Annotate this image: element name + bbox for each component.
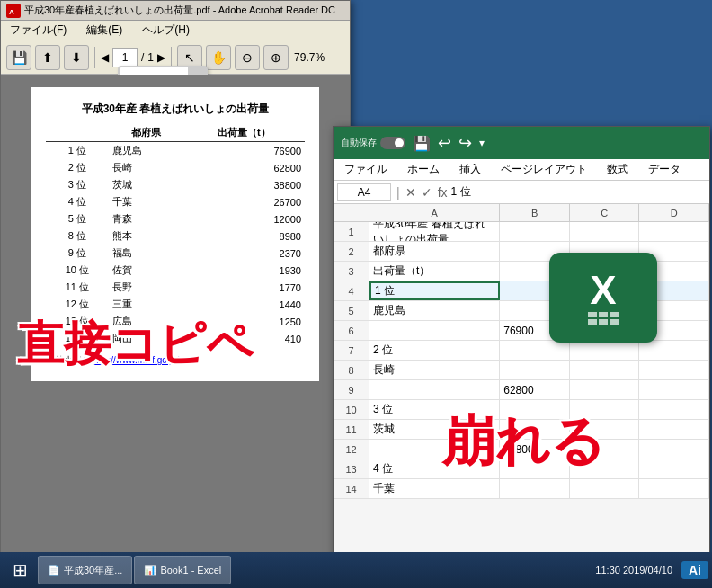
toolbar-sep bbox=[94, 47, 95, 68]
cell-d[interactable] bbox=[639, 420, 709, 439]
cell-c[interactable] bbox=[570, 361, 640, 379]
cell-d[interactable] bbox=[639, 222, 709, 241]
row-num: 14 bbox=[334, 479, 369, 498]
pdf-pref: 福島 bbox=[109, 245, 183, 262]
desktop: A 平成30年産春植えばれいしょの出荷量.pdf - Adobe Acrobat… bbox=[0, 0, 712, 588]
taskbar-excel-btn[interactable]: 📊 Book1 - Excel bbox=[134, 556, 231, 584]
acrobat-window: A 平成30年産春植えばれいしょの出荷量.pdf - Adobe Acrobat… bbox=[0, 0, 351, 588]
excel-row[interactable]: 8 長崎 bbox=[334, 361, 709, 380]
zoom-in[interactable]: ⊕ bbox=[263, 45, 289, 70]
pdf-table-row: 4 位 千葉 26700 bbox=[46, 193, 305, 210]
pdf-table: 都府県 出荷量（t） 1 位 鹿児島 76900 2 位 長崎 62800 3 … bbox=[46, 124, 305, 347]
row-num: 9 bbox=[334, 380, 369, 399]
cell-reference-box[interactable] bbox=[337, 183, 391, 201]
cell-a[interactable]: 長崎 bbox=[369, 361, 500, 379]
cell-a[interactable]: 平成30年産 春植えばれいしょの出荷量 bbox=[369, 222, 500, 241]
cell-c[interactable] bbox=[570, 341, 640, 360]
cell-d[interactable] bbox=[639, 440, 709, 459]
cell-c[interactable] bbox=[570, 479, 640, 498]
cell-b[interactable] bbox=[500, 361, 570, 379]
pdf-table-row: 11 位 長野 1770 bbox=[46, 279, 305, 296]
menu-help[interactable]: ヘルプ(H) bbox=[137, 21, 195, 40]
excel-menu-page[interactable]: ページレイアウト bbox=[495, 160, 592, 179]
row-num: 12 bbox=[334, 440, 369, 459]
row-num: 7 bbox=[334, 341, 369, 360]
row-num: 11 bbox=[334, 420, 369, 439]
pdf-amount: 2370 bbox=[183, 245, 305, 262]
cell-c[interactable] bbox=[570, 222, 640, 241]
cell-d[interactable] bbox=[639, 341, 709, 360]
pdf-amount: 26700 bbox=[183, 193, 305, 210]
menu-file[interactable]: ファイル(F) bbox=[4, 21, 72, 40]
col-header-d[interactable]: D bbox=[639, 204, 709, 221]
row-num: 10 bbox=[334, 400, 369, 419]
save-icon[interactable]: 💾 bbox=[413, 135, 431, 152]
cell-a[interactable]: 1 位 bbox=[369, 281, 500, 300]
pdf-pref: 千葉 bbox=[109, 193, 183, 210]
col-header-a[interactable]: A bbox=[369, 204, 500, 221]
pdf-amount: 62800 bbox=[183, 159, 305, 176]
start-button[interactable]: ⊞ bbox=[4, 554, 36, 586]
excel-icon-large: X bbox=[549, 253, 657, 343]
cell-a[interactable]: 2 位 bbox=[369, 341, 500, 360]
zoom-level: 79.7% bbox=[294, 51, 325, 64]
excel-menu-home[interactable]: ホーム bbox=[402, 160, 445, 179]
excel-menu-formula[interactable]: 数式 bbox=[601, 160, 634, 179]
ribbon-customize[interactable]: ▾ bbox=[479, 137, 485, 149]
cell-d[interactable] bbox=[639, 400, 709, 419]
pdf-amount: 76900 bbox=[183, 142, 305, 160]
excel-menu-data[interactable]: データ bbox=[643, 160, 686, 179]
taskbar: ⊞ 📄 平成30年産... 📊 Book1 - Excel 11:30 2019… bbox=[0, 552, 712, 588]
confirm-formula-icon[interactable]: ✓ bbox=[422, 185, 432, 200]
cell-d[interactable] bbox=[639, 459, 709, 478]
cell-b[interactable] bbox=[500, 341, 570, 360]
col-header-c[interactable]: C bbox=[570, 204, 640, 221]
cell-d[interactable] bbox=[639, 361, 709, 379]
col-header-b[interactable]: B bbox=[500, 204, 570, 221]
taskbar-excel-label: Book1 - Excel bbox=[160, 565, 221, 575]
formula-input[interactable] bbox=[451, 186, 706, 199]
cell-b[interactable] bbox=[500, 479, 570, 498]
acrobat-toolbar: 💾 ⬆ PDF ⬇ ◀ / 1 ▶ ↖ ✋ ⊖ ⊕ 79.7% bbox=[1, 40, 350, 75]
pdf-table-row: 8 位 熊本 8980 bbox=[46, 227, 305, 245]
autosave-toggle[interactable] bbox=[380, 137, 405, 149]
excel-row[interactable]: 9 62800 bbox=[334, 380, 709, 400]
excel-menu-file[interactable]: ファイル bbox=[339, 160, 393, 179]
cell-a[interactable]: 鹿児島 bbox=[369, 301, 500, 320]
excel-row[interactable]: 14 千葉 bbox=[334, 479, 709, 499]
pdf-table-row: 1 位 鹿児島 76900 bbox=[46, 142, 305, 160]
redo-btn[interactable]: ↪ bbox=[458, 133, 472, 153]
excel-menu-insert[interactable]: 挿入 bbox=[454, 160, 486, 179]
cell-b[interactable] bbox=[500, 222, 570, 241]
excel-row[interactable]: 1 平成30年産 春植えばれいしょの出荷量 bbox=[334, 222, 709, 242]
cell-a[interactable]: 千葉 bbox=[369, 479, 500, 498]
cell-c[interactable] bbox=[570, 380, 640, 399]
cell-a[interactable]: 出荷量（t） bbox=[369, 262, 500, 281]
cell-a[interactable]: 都府県 bbox=[369, 242, 500, 261]
cancel-formula-icon[interactable]: ✕ bbox=[405, 185, 416, 200]
pdf-col-pref: 都府県 bbox=[109, 124, 183, 142]
menu-edit[interactable]: 編集(E) bbox=[81, 21, 128, 40]
cell-b[interactable]: 62800 bbox=[500, 380, 570, 399]
pdf-rank: 10 位 bbox=[46, 262, 109, 279]
pdf-rank: 4 位 bbox=[46, 193, 109, 210]
taskbar-acrobat-btn[interactable]: 📄 平成30年産... bbox=[38, 556, 132, 584]
cell-a[interactable] bbox=[369, 321, 500, 340]
pdf-pref: 長野 bbox=[109, 279, 183, 296]
pdf-rank: 11 位 bbox=[46, 279, 109, 296]
ai-badge: Ai bbox=[681, 561, 708, 579]
undo-btn[interactable]: ↩ bbox=[438, 133, 451, 153]
row-num: 1 bbox=[334, 222, 369, 241]
upload-btn[interactable]: ⬆ bbox=[35, 45, 60, 70]
insert-function-icon[interactable]: fx bbox=[438, 185, 448, 200]
pdf-amount: 1770 bbox=[183, 279, 305, 296]
taskbar-clock: 11:30 2019/04/10 bbox=[595, 565, 680, 575]
save-btn[interactable]: 💾 bbox=[6, 45, 31, 70]
cell-a[interactable] bbox=[369, 380, 500, 399]
cell-d[interactable] bbox=[639, 380, 709, 399]
zoom-out[interactable]: ⊖ bbox=[235, 45, 260, 70]
row-num: 2 bbox=[334, 242, 369, 261]
cell-d[interactable] bbox=[639, 479, 709, 498]
download-btn[interactable]: ⬇ bbox=[64, 45, 89, 70]
excel-row[interactable]: 7 2 位 bbox=[334, 341, 709, 361]
